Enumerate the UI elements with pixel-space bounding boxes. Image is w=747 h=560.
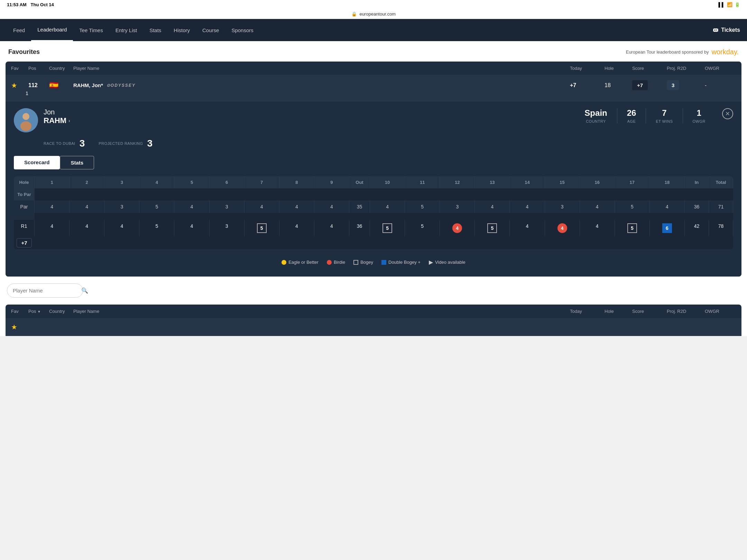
player-detail-panel: Jon RAHM › Spain COUNTRY 26 bbox=[6, 101, 741, 277]
col-proj-r2d: Proj. R2D bbox=[667, 66, 705, 71]
search-input[interactable] bbox=[13, 288, 79, 293]
s2-col-owgr: OWGR bbox=[705, 309, 736, 314]
search-box[interactable]: 🔍 bbox=[7, 283, 83, 298]
col-score: Score bbox=[632, 66, 667, 71]
sc-r1-row: R1 4 4 4 5 4 3 5 4 4 36 5 5 4 bbox=[14, 220, 733, 249]
video-icon: ▶ bbox=[429, 259, 433, 265]
sc-r1-h15-birdie: 4 bbox=[545, 220, 580, 236]
player-hole: 18 bbox=[605, 82, 632, 88]
sc-h5: 5 bbox=[174, 176, 209, 188]
legend-birdie: Birdie bbox=[327, 260, 345, 265]
search-section: 🔍 bbox=[0, 277, 747, 305]
sc-header-row: Hole 1 2 3 4 5 6 7 8 9 Out 10 11 12 13 1… bbox=[14, 176, 733, 200]
sc-r1-h18-double: 6 bbox=[650, 220, 685, 236]
s2-col-fav: Fav bbox=[11, 309, 28, 314]
birdie-icon bbox=[327, 260, 332, 265]
favourites-header: Favourites European Tour leaderboard spo… bbox=[0, 41, 747, 62]
player-today: +7 bbox=[570, 82, 605, 88]
url-bar[interactable]: 🔒 europeantour.com bbox=[0, 9, 747, 19]
nav-stats[interactable]: Stats bbox=[143, 20, 167, 41]
player-proj-dash: - bbox=[705, 82, 736, 88]
sc-r1-h7-bogey: 5 bbox=[245, 220, 279, 236]
workday-logo: workday. bbox=[711, 48, 739, 56]
wifi-icon: 📶 bbox=[727, 2, 732, 7]
sc-in-label: In bbox=[685, 176, 709, 188]
fav-star[interactable]: ★ bbox=[11, 81, 28, 90]
sc-h9: 9 bbox=[314, 176, 349, 188]
close-player-button[interactable]: × bbox=[722, 108, 733, 119]
stat-owgr: 1 OWGR bbox=[683, 108, 715, 123]
sc-h15: 15 bbox=[545, 176, 580, 188]
sc-r1-h12-birdie: 4 bbox=[440, 220, 475, 236]
sc-total-label: Total bbox=[709, 176, 733, 188]
s2-col-today: Today bbox=[570, 309, 605, 314]
scorecard-tabs: Scorecard Stats bbox=[14, 156, 733, 169]
second-table-header: Fav Pos ▼ Country Player Name Today Hole… bbox=[6, 305, 741, 318]
s2-col-score: Score bbox=[632, 309, 667, 314]
sc-r1-h17-bogey: 5 bbox=[615, 220, 650, 236]
double-bogey-icon bbox=[381, 260, 386, 265]
bottom-player-row[interactable]: ★ bbox=[6, 318, 741, 336]
legend-bogey: Bogey bbox=[353, 260, 373, 265]
svg-point-1 bbox=[22, 113, 29, 120]
player-score-badge: +7 bbox=[632, 80, 667, 90]
sc-h18: 18 bbox=[650, 176, 685, 188]
tickets-button[interactable]: 🎟 Tickets bbox=[713, 21, 740, 39]
battery-icon: 🔋 bbox=[735, 2, 740, 7]
sc-h3: 3 bbox=[104, 176, 139, 188]
col-pos: Pos bbox=[28, 66, 49, 71]
player-proj-r2d: 3 bbox=[667, 80, 705, 90]
nav-course[interactable]: Course bbox=[196, 20, 225, 41]
player-pos: 112 bbox=[28, 82, 49, 88]
svg-point-2 bbox=[20, 121, 31, 131]
status-time: 11:53 AM bbox=[7, 2, 27, 7]
sc-r1-h13-bogey: 5 bbox=[475, 220, 510, 236]
sc-r1-label: R1 bbox=[14, 220, 35, 236]
legend-double-bogey: Double Bogey + bbox=[381, 260, 421, 265]
leaderboard-table: Fav Pos Country Player Name Today Hole S… bbox=[6, 62, 741, 277]
nav-sponsors[interactable]: Sponsors bbox=[225, 20, 259, 41]
sc-h17: 17 bbox=[615, 176, 650, 188]
projected-ranking: PROJECTED RANKING 3 bbox=[99, 138, 153, 149]
nav-feed[interactable]: Feed bbox=[7, 20, 31, 41]
s2-col-player-name: Player Name bbox=[73, 309, 570, 314]
sc-h8: 8 bbox=[279, 176, 314, 188]
scorecard-legend: Eagle or Better Birdie Bogey Double Boge… bbox=[14, 255, 733, 270]
player-owgr: 1 bbox=[11, 90, 28, 96]
sc-par-row: Par 4 4 3 5 4 3 4 4 4 35 4 5 3 4 4 3 bbox=[14, 200, 733, 220]
scorecard-table: Hole 1 2 3 4 5 6 7 8 9 Out 10 11 12 13 1… bbox=[14, 176, 733, 249]
col-hole: Hole bbox=[605, 66, 632, 71]
player-row-rahm[interactable]: ★ 112 🇪🇸 RAHM, Jon* ⊙ODYSSEY +7 18 +7 3 … bbox=[6, 75, 741, 101]
chevron-right-icon[interactable]: › bbox=[68, 118, 70, 123]
col-today: Today bbox=[570, 66, 605, 71]
nav-entry-list[interactable]: Entry List bbox=[109, 20, 144, 41]
search-icon[interactable]: 🔍 bbox=[81, 287, 88, 294]
col-country: Country bbox=[49, 66, 73, 71]
legend-video: ▶ Video available bbox=[429, 259, 465, 265]
sc-h11: 11 bbox=[405, 176, 440, 188]
sc-r1-h10-bogey: 5 bbox=[370, 220, 405, 236]
signal-icon: ▌▌ bbox=[719, 2, 725, 7]
tab-stats[interactable]: Stats bbox=[60, 156, 94, 169]
tab-scorecard[interactable]: Scorecard bbox=[14, 156, 60, 169]
player-flag: 🇪🇸 bbox=[49, 81, 73, 90]
nav-history[interactable]: History bbox=[167, 20, 196, 41]
player-last-name: RAHM, Jon* bbox=[73, 82, 103, 88]
sc-h16: 16 bbox=[580, 176, 615, 188]
url-text: europeantour.com bbox=[359, 11, 396, 17]
sc-h6: 6 bbox=[210, 176, 245, 188]
status-icons: ▌▌ 📶 🔋 bbox=[719, 2, 740, 7]
player-name-cell: RAHM, Jon* ⊙ODYSSEY bbox=[73, 82, 570, 88]
col-player-name: Player Name bbox=[73, 66, 570, 71]
s2-fav[interactable]: ★ bbox=[11, 323, 28, 331]
nav-tee-times[interactable]: Tee Times bbox=[73, 20, 109, 41]
favourites-title: Favourites bbox=[8, 48, 40, 56]
sponsor-logo-odyssey: ⊙ODYSSEY bbox=[107, 83, 136, 88]
race-stats-block: RACE TO DUBAI 3 PROJECTED RANKING 3 bbox=[44, 138, 733, 149]
status-date: Thu Oct 14 bbox=[31, 2, 54, 7]
player-avatar bbox=[14, 108, 38, 132]
race-to-dubai: RACE TO DUBAI 3 bbox=[44, 138, 85, 149]
bogey-icon bbox=[353, 260, 358, 265]
nav-leaderboard[interactable]: Leaderboard bbox=[31, 19, 73, 41]
sc-hole-label: Hole bbox=[14, 176, 35, 188]
